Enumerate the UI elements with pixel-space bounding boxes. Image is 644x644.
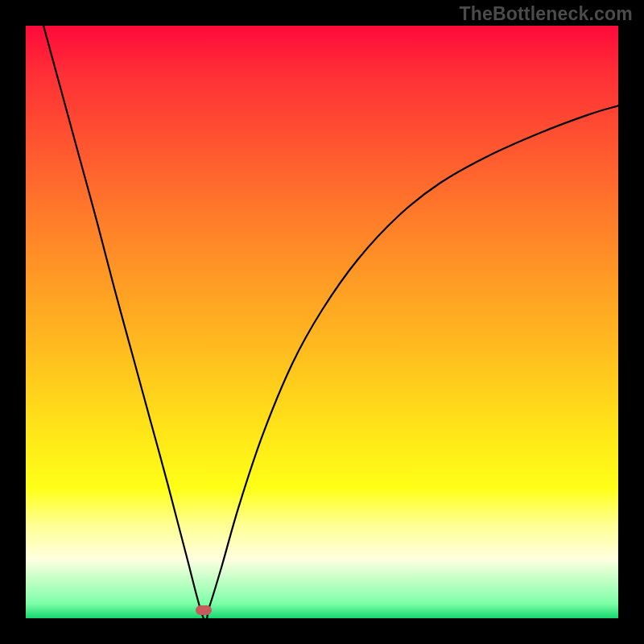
minimum-marker	[196, 605, 212, 615]
plot-area	[26, 26, 618, 618]
chart-frame: TheBottleneck.com	[0, 0, 644, 644]
watermark-text: TheBottleneck.com	[459, 3, 633, 25]
bottleneck-curve	[26, 26, 618, 618]
curve-path	[43, 26, 618, 618]
